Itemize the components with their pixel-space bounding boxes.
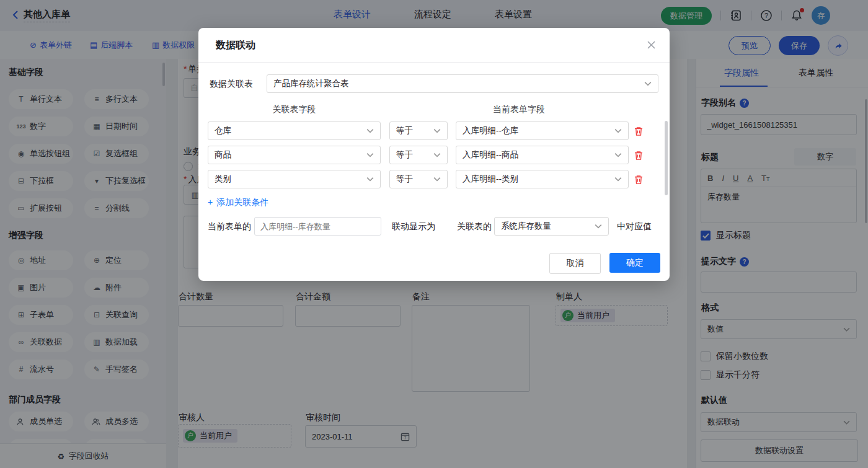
delete-condition-icon[interactable]: [634, 174, 644, 185]
source-table-select[interactable]: 产品库存统计聚合表: [267, 74, 658, 93]
display-field-select[interactable]: 系统库存数量: [494, 217, 609, 236]
chevron-down-icon: [366, 177, 374, 182]
modal-title: 数据联动: [216, 39, 255, 52]
cond-right-select[interactable]: 入库明细--类别: [456, 170, 629, 188]
related-table-label: 关联表的: [457, 217, 492, 236]
chevron-down-icon: [614, 152, 622, 157]
modal-scrollbar[interactable]: [665, 121, 668, 195]
chevron-down-icon: [433, 152, 441, 157]
cond-left-value: 商品: [215, 149, 231, 161]
delete-condition-icon[interactable]: [634, 150, 644, 161]
cond-op-select[interactable]: 等于: [389, 146, 448, 164]
current-form-prefix: 当前表单的: [208, 217, 251, 236]
close-icon[interactable]: [647, 40, 656, 50]
cond-left-select[interactable]: 仓库: [208, 121, 381, 140]
data-linkage-modal: 数据联动 数据关联表 产品库存统计聚合表 关联表字段 当前表单字段 仓库 等于 …: [198, 28, 670, 281]
cond-right-value: 入库明细--仓库: [463, 125, 518, 136]
add-condition-link[interactable]: + 添加关联条件: [208, 197, 268, 208]
chevron-down-icon: [595, 224, 602, 229]
cond-right-select[interactable]: 入库明细--仓库: [456, 121, 629, 140]
confirm-button[interactable]: 确定: [609, 253, 660, 273]
cond-op-select[interactable]: 等于: [389, 170, 448, 188]
cond-left-value: 类别: [215, 174, 231, 185]
cond-right-select[interactable]: 入库明细--商品: [456, 146, 629, 164]
chevron-down-icon: [433, 177, 441, 182]
cond-op-value: 等于: [396, 125, 413, 136]
right-column-header: 当前表单字段: [493, 104, 545, 115]
delete-condition-icon[interactable]: [634, 126, 644, 136]
chevron-down-icon: [644, 81, 652, 86]
chevron-down-icon: [614, 177, 622, 182]
left-column-header: 关联表字段: [208, 104, 381, 115]
source-table-value: 产品库存统计聚合表: [273, 78, 349, 89]
linkage-display-label: 联动显示为: [392, 217, 435, 236]
corresponding-value-label: 中对应值: [617, 217, 652, 236]
cond-left-value: 仓库: [215, 125, 231, 136]
target-field-input[interactable]: [254, 217, 381, 236]
modal-header-divider: [198, 62, 670, 63]
display-field-value: 系统库存数量: [501, 221, 551, 232]
plus-icon: +: [208, 197, 213, 208]
cond-left-select[interactable]: 商品: [208, 146, 381, 164]
cond-op-value: 等于: [396, 149, 413, 161]
add-condition-label: 添加关联条件: [216, 197, 268, 208]
chevron-down-icon: [433, 128, 441, 133]
source-table-label: 数据关联表: [210, 74, 253, 93]
cond-op-select[interactable]: 等于: [389, 121, 448, 140]
app-root: 其他入库单 表单设计 流程设定 表单设置 数据管理 ?: [0, 0, 868, 468]
cond-op-value: 等于: [396, 174, 413, 185]
chevron-down-icon: [614, 128, 622, 133]
chevron-down-icon: [366, 152, 374, 157]
cond-right-value: 入库明细--类别: [463, 174, 518, 185]
cond-right-value: 入库明细--商品: [463, 149, 518, 161]
cond-left-select[interactable]: 类别: [208, 170, 381, 188]
cancel-button[interactable]: 取消: [549, 253, 601, 274]
chevron-down-icon: [366, 128, 374, 133]
